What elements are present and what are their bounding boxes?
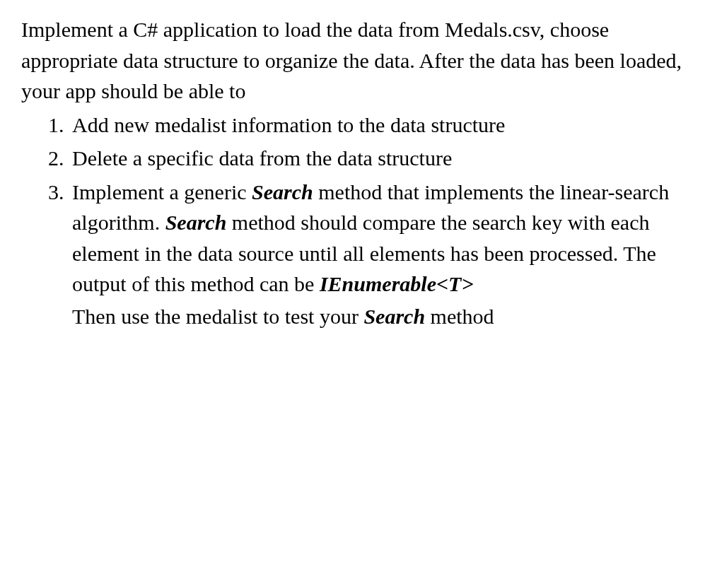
text-part: method <box>425 305 494 328</box>
list-item-text: Add new medalist information to the data… <box>72 110 701 141</box>
list-item-text: Implement a generic Search method that i… <box>72 177 701 300</box>
emphasis-search: Search <box>363 305 425 328</box>
list-item-followup: Then use the medalist to test your Searc… <box>72 301 701 332</box>
intro-paragraph: Implement a C# application to load the d… <box>21 14 701 107</box>
list-item: Delete a specific data from the data str… <box>69 143 701 174</box>
requirements-list: Add new medalist information to the data… <box>21 110 701 332</box>
text-part: Implement a generic <box>72 180 252 204</box>
list-item: Add new medalist information to the data… <box>69 110 701 141</box>
list-item-text: Delete a specific data from the data str… <box>72 143 701 174</box>
list-item: Implement a generic Search method that i… <box>69 177 701 332</box>
text-part: Then use the medalist to test your <box>72 305 363 328</box>
emphasis-ienumerable: IEnumerable<T> <box>320 272 474 295</box>
emphasis-search: Search <box>165 211 227 234</box>
emphasis-search: Search <box>252 180 313 204</box>
